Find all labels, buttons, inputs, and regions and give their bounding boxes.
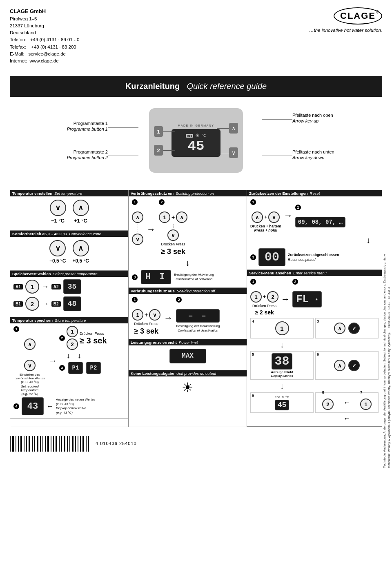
svc-step4: 4 1 bbox=[250, 318, 314, 338]
svc-s1-btns: 1 + 2 bbox=[250, 291, 278, 303]
plus-sign: + bbox=[172, 214, 175, 220]
step4-display: 43 bbox=[22, 397, 44, 415]
preset-b-row: B1 2 → B2 48 bbox=[13, 296, 125, 311]
reset-dn-btn[interactable]: ∨ bbox=[268, 212, 280, 223]
scald-btn1[interactable]: 1 bbox=[159, 212, 170, 223]
scald-step2-btns: 1 + ∧ bbox=[159, 212, 187, 223]
svc-chk-s3[interactable]: ✓ bbox=[348, 323, 360, 334]
btn2-step2[interactable]: 2 bbox=[67, 338, 78, 350]
no-output-section: Keine Leistungsabgabe Unit provides no o… bbox=[129, 370, 247, 402]
prog2-btn[interactable]: 2 bbox=[25, 297, 39, 311]
store-up-btn[interactable]: ∧ bbox=[24, 338, 36, 350]
left-column: Temperatur einstellen Set temperature ∨ … bbox=[10, 190, 129, 427]
scald-step3: 3 H I Bestätigung der Aktivierung Confir… bbox=[132, 270, 243, 284]
scalding-off-header: Verbrühungsschutz aus Scalding protectio… bbox=[129, 288, 247, 294]
arrow-down-btn[interactable]: ∨ bbox=[50, 200, 66, 216]
main-instructions: Temperatur einstellen Set temperature ∨ … bbox=[10, 190, 382, 427]
store-temp-header: Temperatur speichern Store temperature bbox=[10, 317, 128, 323]
minus1-label: −1 °C bbox=[50, 218, 66, 224]
conv-minus-label: −0,5 °C bbox=[49, 258, 66, 264]
svc-sek: ≥ 2 sek bbox=[255, 309, 274, 316]
scald-off-step2: 2 – – Bestätigung der Deaktivierung Conf… bbox=[176, 296, 220, 333]
svc-up-s6[interactable]: ∧ bbox=[334, 360, 345, 371]
scald-off-dn-btn[interactable]: ∨ bbox=[149, 309, 160, 321]
scald-off-btn1[interactable]: 1 bbox=[132, 309, 143, 321]
asterisk: * bbox=[315, 298, 318, 304]
reset-complete-label: Zurücksetzen abgeschlossen Reset complet… bbox=[288, 252, 339, 263]
connector-right-1 bbox=[262, 119, 292, 120]
prog-button-1[interactable]: 1 bbox=[154, 126, 163, 137]
svc-arrow5dn: ↓ bbox=[250, 381, 314, 391]
connector-right-2 bbox=[262, 156, 292, 156]
prog-button-2[interactable]: 2 bbox=[154, 145, 163, 156]
device-diagram-area: Programmtaste 1 Programme button 1 Progr… bbox=[10, 104, 382, 182]
svc-step3: 3 ∧ ✓ bbox=[315, 318, 379, 338]
svc-up-s3[interactable]: ∧ bbox=[334, 323, 345, 334]
reset-up-btn[interactable]: ∧ bbox=[252, 212, 263, 223]
store-arrows-dn: ↓ ↓ bbox=[59, 352, 107, 360]
store-dashed-1 bbox=[30, 351, 30, 359]
svc-arrow87: ← bbox=[343, 399, 350, 407]
scald-dn-btn[interactable]: ∨ bbox=[132, 234, 143, 245]
device-box: MADE IN GERMANY eco ☀ °C 45 1 2 bbox=[149, 108, 243, 173]
conv-down-btn[interactable]: ∨ bbox=[49, 240, 66, 256]
conv-minus-group: ∨ −0,5 °C bbox=[49, 240, 66, 264]
temp-set-controls: ∨ −1 °C ∧ +1 °C bbox=[13, 200, 125, 224]
arrow-down-button[interactable]: ∨ bbox=[229, 147, 238, 158]
svc-step7: 7 1 bbox=[360, 395, 372, 410]
svc-s9-content: eco☀°C 45 bbox=[275, 395, 290, 410]
reset-arrow-dn: ↓ bbox=[250, 236, 379, 245]
step2-buttons: 1 2 bbox=[67, 326, 78, 350]
scalding-off-section: Verbrühungsschutz aus Scalding protectio… bbox=[129, 288, 247, 339]
temp-plus-group: ∧ +1 °C bbox=[73, 200, 89, 224]
scalding-on-content: 1 ∧ ∨ → 2 1 + bbox=[132, 199, 243, 256]
scald-confirm: Bestätigung der Aktivierung Confirmation… bbox=[174, 273, 214, 281]
service-steps-12: 1 1 + 2 Drücken Press ≥ 2 sek bbox=[250, 278, 379, 316]
svc-btn1[interactable]: 1 bbox=[250, 291, 262, 303]
b2-label: B2 bbox=[51, 301, 61, 307]
arrow-up-button[interactable]: ∧ bbox=[229, 123, 238, 134]
scalding-on-section: Verbrühungsschutz ein Scalding protectio… bbox=[129, 190, 247, 288]
svc-s6-btns: ∧ ✓ bbox=[334, 360, 360, 371]
store-arrow1: → bbox=[49, 356, 57, 365]
scald-sek-label: ≥ 3 sek bbox=[161, 247, 185, 256]
reset-s1-content: ∧ + ∨ Drücken + halten! Press + hold! bbox=[250, 212, 281, 232]
scalding-on-header: Verbrühungsschutz ein Scalding protectio… bbox=[129, 190, 247, 196]
plus1-label: +1 °C bbox=[73, 218, 89, 224]
power-limit-header: Leistungsgrenze erreicht Power limit bbox=[129, 339, 247, 345]
svc-arrow3 bbox=[315, 340, 379, 350]
label-prog2: Programmtaste 2 Programme button 2 bbox=[10, 149, 108, 160]
power-limit-content: MAX bbox=[132, 349, 243, 363]
scald-dn-btn2[interactable]: ∨ bbox=[167, 229, 179, 241]
svc-arrows-98: ← bbox=[315, 414, 379, 423]
svc-btn1-s7[interactable]: 1 bbox=[360, 399, 372, 410]
prog1-btn[interactable]: 1 bbox=[25, 280, 39, 294]
scald-up-btn2[interactable]: ∧ bbox=[176, 212, 187, 223]
scald-up-btn[interactable]: ∧ bbox=[132, 212, 143, 223]
eco-badge: eco bbox=[186, 134, 193, 138]
step2-press: Drücken Press ≥ 3 sek bbox=[80, 330, 107, 345]
reset-digits-display: 09, 08, 07, … bbox=[295, 217, 345, 227]
clage-logo: CLAGE bbox=[334, 7, 382, 24]
svc-s1-badge: 1 bbox=[250, 279, 256, 285]
arrow-up-btn[interactable]: ∧ bbox=[73, 200, 89, 216]
scald-off-press: Drücken Press bbox=[134, 322, 158, 326]
scald-off-sek: ≥ 3 sek bbox=[134, 327, 158, 336]
svc-arrow4: ↓ bbox=[250, 340, 314, 350]
sun-symbol: ☀ bbox=[195, 133, 200, 138]
phone-line: Telefon: +49 (0) 4131 · 89 01 - 0 bbox=[10, 36, 79, 43]
svc-btn1-s4[interactable]: 1 bbox=[275, 321, 289, 335]
store-dn-btn[interactable]: ∨ bbox=[24, 360, 36, 371]
a2-label: A2 bbox=[51, 284, 61, 289]
svc-s7-badge: 7 bbox=[360, 390, 362, 394]
btn1-step2[interactable]: 1 bbox=[67, 326, 78, 337]
step1-badge: 1 bbox=[13, 326, 19, 332]
conv-up-btn[interactable]: ∧ bbox=[73, 240, 89, 256]
power-limit-section: Leistungsgrenze erreicht Power limit MAX bbox=[129, 339, 247, 370]
svc-btn2[interactable]: 2 bbox=[267, 291, 278, 303]
scald-step1-btns: ∧ ∨ bbox=[132, 212, 143, 245]
svc-chk-s6[interactable]: ✓ bbox=[348, 360, 360, 371]
title-banner: Kurzanleitung Quick reference guide bbox=[10, 76, 382, 97]
title-en: Quick reference guide bbox=[187, 82, 267, 91]
svc-btn2-s8[interactable]: 2 bbox=[322, 399, 334, 410]
